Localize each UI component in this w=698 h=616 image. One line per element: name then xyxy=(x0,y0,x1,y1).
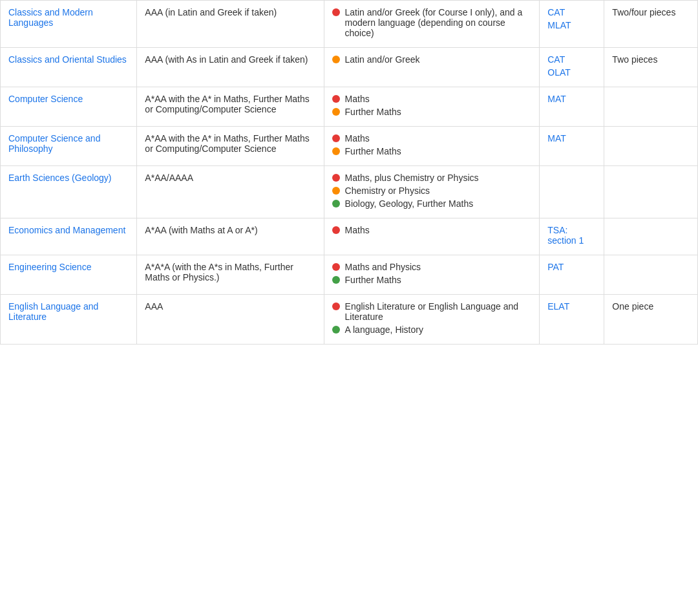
subject-text: Chemistry or Physics xyxy=(345,186,430,196)
test-link[interactable]: CAT xyxy=(547,54,596,65)
grades-cell: A*AA/AAAA xyxy=(137,166,324,218)
subjects-cell: MathsFurther Maths xyxy=(324,127,540,166)
grades-cell: AAA (in Latin and Greek if taken) xyxy=(137,1,324,48)
table-row: Classics and Oriental StudiesAAA (with A… xyxy=(1,48,698,87)
table-row: Economics and ManagementA*AA (with Maths… xyxy=(1,218,698,255)
green-dot-icon xyxy=(332,326,340,334)
written-work-cell: One piece xyxy=(604,295,698,345)
tests-cell: MAT xyxy=(540,127,604,166)
test-link[interactable]: TSA: section 1 xyxy=(547,225,596,246)
subject-text: Further Maths xyxy=(345,107,401,117)
subject-item: English Literature or English Language a… xyxy=(332,301,532,322)
red-dot-icon xyxy=(332,263,340,271)
orange-dot-icon xyxy=(332,56,340,63)
grades-cell: AAA (with As in Latin and Greek if taken… xyxy=(137,48,324,87)
subject-text: Further Maths xyxy=(345,275,401,285)
table-row: Engineering ScienceA*A*A (with the A*s i… xyxy=(1,255,698,295)
course-link[interactable]: Economics and Management xyxy=(8,225,125,235)
test-link[interactable]: OLAT xyxy=(547,67,596,78)
course-link[interactable]: Computer Science xyxy=(8,94,83,104)
subject-item: Further Maths xyxy=(332,275,532,285)
course-link[interactable]: Classics and Oriental Studies xyxy=(8,54,127,65)
subject-item: Maths xyxy=(332,133,532,143)
orange-dot-icon xyxy=(332,187,340,195)
courses-table: Classics and Modern LanguagesAAA (in Lat… xyxy=(0,0,698,345)
course-link[interactable]: Classics and Modern Languages xyxy=(8,7,93,28)
written-work-cell xyxy=(604,218,698,255)
subject-item: Further Maths xyxy=(332,146,532,156)
test-link[interactable]: ELAT xyxy=(547,301,596,312)
subject-item: Latin and/or Greek (for Course I only), … xyxy=(332,7,532,38)
course-link[interactable]: Engineering Science xyxy=(8,262,91,272)
tests-cell: CATMLAT xyxy=(540,1,604,48)
red-dot-icon xyxy=(332,226,340,234)
table-row: Classics and Modern LanguagesAAA (in Lat… xyxy=(1,1,698,48)
subject-text: Maths xyxy=(345,94,370,104)
subject-text: Maths, plus Chemistry or Physics xyxy=(345,173,479,183)
tests-cell: TSA: section 1 xyxy=(540,218,604,255)
red-dot-icon xyxy=(332,174,340,182)
red-dot-icon xyxy=(332,134,340,142)
tests-cell: ELAT xyxy=(540,295,604,345)
grades-cell: AAA xyxy=(137,295,324,345)
subject-item: Chemistry or Physics xyxy=(332,186,532,196)
course-name-cell: Classics and Oriental Studies xyxy=(1,48,137,87)
green-dot-icon xyxy=(332,200,340,207)
subject-text: A language, History xyxy=(345,324,423,335)
table-row: Computer ScienceA*AA with the A* in Math… xyxy=(1,87,698,127)
orange-dot-icon xyxy=(332,108,340,116)
tests-cell: MAT xyxy=(540,87,604,127)
subject-item: Maths and Physics xyxy=(332,262,532,272)
course-name-cell: Earth Sciences (Geology) xyxy=(1,166,137,218)
test-link[interactable]: PAT xyxy=(547,262,596,272)
subject-text: Maths xyxy=(345,133,370,143)
subject-text: Latin and/or Greek xyxy=(345,54,420,65)
subject-item: Maths xyxy=(332,94,532,104)
subjects-cell: Latin and/or Greek xyxy=(324,48,540,87)
subject-item: Maths, plus Chemistry or Physics xyxy=(332,173,532,183)
written-work-cell xyxy=(604,166,698,218)
subjects-cell: MathsFurther Maths xyxy=(324,87,540,127)
written-work-cell xyxy=(604,127,698,166)
red-dot-icon xyxy=(332,95,340,103)
orange-dot-icon xyxy=(332,147,340,155)
subject-text: English Literature or English Language a… xyxy=(345,301,532,322)
red-dot-icon xyxy=(332,8,340,16)
subjects-cell: Maths and PhysicsFurther Maths xyxy=(324,255,540,295)
subjects-cell: English Literature or English Language a… xyxy=(324,295,540,345)
subject-text: Further Maths xyxy=(345,146,401,156)
course-link[interactable]: English Language and Literature xyxy=(8,301,98,322)
subjects-cell: Maths, plus Chemistry or PhysicsChemistr… xyxy=(324,166,540,218)
subject-text: Biology, Geology, Further Maths xyxy=(345,198,474,209)
subject-text: Maths xyxy=(345,225,370,235)
subject-item: Latin and/or Greek xyxy=(332,54,532,65)
course-name-cell: Computer Science xyxy=(1,87,137,127)
course-link[interactable]: Earth Sciences (Geology) xyxy=(8,173,112,183)
tests-cell: CATOLAT xyxy=(540,48,604,87)
red-dot-icon xyxy=(332,303,340,310)
subject-item: Further Maths xyxy=(332,107,532,117)
tests-cell xyxy=(540,166,604,218)
grades-cell: A*AA (with Maths at A or A*) xyxy=(137,218,324,255)
test-link[interactable]: MLAT xyxy=(547,20,596,30)
test-link[interactable]: MAT xyxy=(547,133,596,143)
table-row: Earth Sciences (Geology)A*AA/AAAAMaths, … xyxy=(1,166,698,218)
written-work-cell xyxy=(604,87,698,127)
course-link[interactable]: Computer Science and Philosophy xyxy=(8,133,100,154)
course-name-cell: Economics and Management xyxy=(1,218,137,255)
course-name-cell: Classics and Modern Languages xyxy=(1,1,137,48)
course-name-cell: English Language and Literature xyxy=(1,295,137,345)
subject-text: Maths and Physics xyxy=(345,262,421,272)
subject-item: Maths xyxy=(332,225,532,235)
subjects-cell: Latin and/or Greek (for Course I only), … xyxy=(324,1,540,48)
course-name-cell: Engineering Science xyxy=(1,255,137,295)
course-name-cell: Computer Science and Philosophy xyxy=(1,127,137,166)
subject-text: Latin and/or Greek (for Course I only), … xyxy=(345,7,532,38)
table-row: Computer Science and PhilosophyA*AA with… xyxy=(1,127,698,166)
test-link[interactable]: MAT xyxy=(547,94,596,104)
grades-cell: A*AA with the A* in Maths, Further Maths… xyxy=(137,127,324,166)
written-work-cell xyxy=(604,255,698,295)
test-link[interactable]: CAT xyxy=(547,7,596,17)
grades-cell: A*AA with the A* in Maths, Further Maths… xyxy=(137,87,324,127)
grades-cell: A*A*A (with the A*s in Maths, Further Ma… xyxy=(137,255,324,295)
